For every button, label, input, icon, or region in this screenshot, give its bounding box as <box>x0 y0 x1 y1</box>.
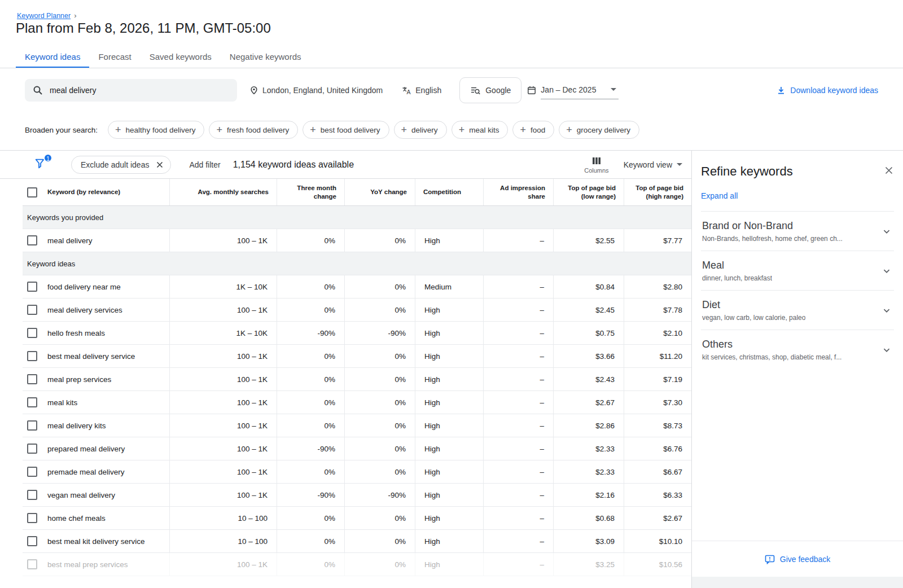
row-checkbox[interactable] <box>27 559 37 569</box>
row-checkbox[interactable] <box>27 282 37 292</box>
row-checkbox[interactable] <box>27 305 37 315</box>
table-cell: – <box>483 414 553 437</box>
table-cell: $0.84 <box>553 275 624 298</box>
columns-button[interactable]: Columns <box>584 156 608 174</box>
table-cell: 0% <box>277 275 344 298</box>
table-cell: High <box>415 553 483 576</box>
table-cell: High <box>415 229 483 252</box>
row-checkbox[interactable] <box>27 420 37 431</box>
filter-funnel-button[interactable]: 1 <box>34 157 47 172</box>
tab-keyword-ideas[interactable]: Keyword ideas <box>16 47 89 68</box>
tab-negative-keywords[interactable]: Negative keywords <box>221 47 310 68</box>
close-icon[interactable] <box>884 165 894 175</box>
table-cell: -90% <box>277 484 344 506</box>
keyword-search-box[interactable] <box>25 79 237 102</box>
tab-forecast[interactable]: Forecast <box>89 47 140 68</box>
keyword-table: Keyword (by relevance)Avg. monthly searc… <box>23 179 691 588</box>
tab-saved-keywords[interactable]: Saved keywords <box>141 47 221 68</box>
row-checkbox[interactable] <box>27 467 37 477</box>
table-cell: $2.33 <box>553 460 624 483</box>
location-selector[interactable]: London, England, United Kingdom <box>249 86 383 95</box>
keyword-cell: meal delivery <box>23 229 169 252</box>
broaden-chip-best-food-delivery[interactable]: +best food delivery <box>303 121 389 139</box>
breadcrumb-keyword-planner-link[interactable]: Keyword Planner <box>17 12 71 20</box>
broaden-chip-food[interactable]: +food <box>512 121 554 139</box>
give-feedback-label: Give feedback <box>780 555 831 564</box>
row-checkbox[interactable] <box>27 490 37 500</box>
table-cell: $7.78 <box>624 299 691 321</box>
table-cell: $0.68 <box>553 507 624 529</box>
column-header[interactable]: Three month change <box>277 179 344 205</box>
table-section-header: Keyword ideas <box>23 252 691 275</box>
table-cell: 0% <box>344 299 415 321</box>
column-header[interactable]: Ad impression share <box>483 179 553 205</box>
table-cell: 100 – 1K <box>169 460 277 483</box>
network-selector[interactable]: Google <box>459 77 521 103</box>
table-cell: $2.80 <box>624 275 691 298</box>
column-header[interactable]: Top of page bid (high range) <box>624 179 691 205</box>
row-checkbox[interactable] <box>27 328 37 338</box>
add-filter-button[interactable]: Add filter <box>189 160 220 169</box>
select-all-checkbox[interactable] <box>27 187 37 198</box>
column-header[interactable]: Keyword (by relevance) <box>23 179 169 205</box>
download-keyword-ideas-button[interactable]: Download keyword ideas <box>777 86 878 95</box>
chevron-down-icon <box>880 304 893 317</box>
chevron-down-icon <box>880 225 893 238</box>
search-input[interactable] <box>50 86 219 95</box>
row-checkbox[interactable] <box>27 444 37 454</box>
table-cell: 100 – 1K <box>169 553 277 576</box>
row-checkbox[interactable] <box>27 374 37 384</box>
feedback-icon <box>765 554 775 564</box>
broaden-chip-healthy-food-delivery[interactable]: +healthy food delivery <box>108 121 204 139</box>
table-cell: $0.75 <box>553 322 624 344</box>
refine-section-meal[interactable]: Mealdinner, lunch, breakfast <box>701 251 894 290</box>
refine-section-brand-or-non-brand[interactable]: Brand or Non-BrandNon-Brands, hellofresh… <box>701 211 894 251</box>
exclude-adult-ideas-chip[interactable]: Exclude adult ideas <box>71 156 171 174</box>
table-cell: High <box>415 345 483 367</box>
table-cell: -90% <box>277 322 344 344</box>
language-selector[interactable]: A English <box>402 86 441 95</box>
table-row: prepared meal delivery100 – 1K-90%0%High… <box>23 437 691 460</box>
column-header[interactable]: YoY change <box>344 179 415 205</box>
broaden-chip-fresh-food-delivery[interactable]: +fresh food delivery <box>209 121 298 139</box>
broaden-chip-delivery[interactable]: +delivery <box>394 121 447 139</box>
row-checkbox[interactable] <box>27 235 37 245</box>
refine-section-others[interactable]: Otherskit services, christmas, shop, dia… <box>701 330 894 369</box>
expand-all-link[interactable]: Expand all <box>701 191 738 200</box>
table-cell: -90% <box>344 322 415 344</box>
table-cell: 0% <box>344 460 415 483</box>
filter-count-badge: 1 <box>43 153 52 163</box>
row-checkbox[interactable] <box>27 351 37 361</box>
table-cell: $6.76 <box>624 437 691 460</box>
remove-filter-icon[interactable] <box>156 161 164 169</box>
table-cell: 100 – 1K <box>169 299 277 321</box>
keyword-cell: meal delivery services <box>23 299 169 321</box>
row-checkbox[interactable] <box>27 397 37 407</box>
table-cell: $10.56 <box>624 553 691 576</box>
table-cell: 100 – 1K <box>169 345 277 367</box>
refine-section-diet[interactable]: Dietvegan, low carb, low calorie, paleo <box>701 290 894 330</box>
broaden-your-search: Broaden your search: +healthy food deliv… <box>25 120 639 140</box>
table-cell: – <box>483 322 553 344</box>
broaden-chip-meal-kits[interactable]: +meal kits <box>451 121 509 139</box>
table-row: meal kits100 – 1K0%0%High–$2.67$7.30 <box>23 391 691 414</box>
table-row: hello fresh meals1K – 10K-90%-90%High–$0… <box>23 322 691 345</box>
column-header[interactable]: Top of page bid (low range) <box>553 179 624 205</box>
row-checkbox[interactable] <box>27 513 37 523</box>
table-cell: 0% <box>344 530 415 552</box>
toolbar: London, England, United Kingdom A Englis… <box>25 77 878 104</box>
column-header[interactable]: Competition <box>415 179 483 205</box>
column-header[interactable]: Avg. monthly searches <box>169 179 277 205</box>
table-cell: 1K – 10K <box>169 275 277 298</box>
table-row: meal delivery services100 – 1K0%0%High–$… <box>23 299 691 322</box>
date-range-selector[interactable]: Jan – Dec 2025 <box>527 82 619 99</box>
broaden-chip-grocery-delivery[interactable]: +grocery delivery <box>559 121 639 139</box>
date-range-label: Jan – Dec 2025 <box>541 85 596 94</box>
table-cell: 100 – 1K <box>169 414 277 437</box>
row-checkbox[interactable] <box>27 536 37 546</box>
give-feedback-button[interactable]: Give feedback <box>692 541 903 577</box>
table-cell: Medium <box>415 275 483 298</box>
calendar-icon <box>527 86 536 95</box>
keyword-view-dropdown[interactable]: Keyword view <box>624 160 682 169</box>
broaden-chips: +healthy food delivery+fresh food delive… <box>103 121 639 139</box>
